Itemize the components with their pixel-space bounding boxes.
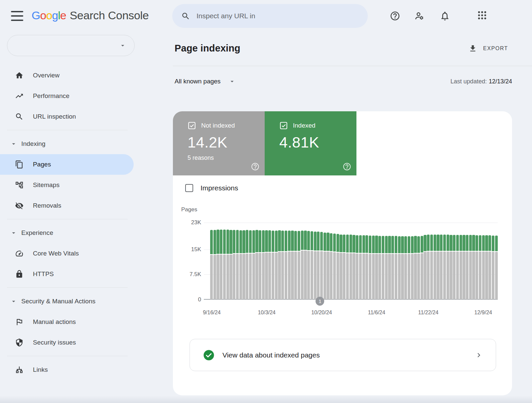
chart-bar [265,223,268,299]
chart-bar [291,223,294,299]
apps-grid-icon[interactable] [477,10,487,21]
sidebar-item-sitemaps[interactable]: Sitemaps [0,175,140,195]
unchecked-checkbox-icon[interactable] [185,184,193,192]
last-updated: Last updated:12/13/24 [451,78,512,85]
search-icon [181,12,190,21]
caret-down-icon [10,140,17,148]
help-icon[interactable] [251,162,260,171]
chart-bars [210,223,498,299]
chart-bar [339,223,342,299]
not-indexed-reasons: 5 reasons [188,154,265,161]
sidebar-nav: OverviewPerformanceURL inspectionIndexin… [0,65,140,380]
chart-x-tick: 9/16/24 [203,310,220,316]
url-inspect-search-bar[interactable] [172,4,368,28]
notifications-bell-icon[interactable] [440,11,450,21]
sidebar-divider [7,219,128,219]
chart-bar [252,223,255,299]
sidebar-divider [7,287,128,288]
chart-bar [421,223,423,299]
property-selector-dropdown[interactable] [7,35,135,56]
search-input[interactable] [197,12,356,20]
chart-bar [223,223,226,299]
https-icon [15,270,24,278]
top-app-bar: Google Search Console [0,0,532,32]
chart-bar [482,223,485,299]
chart-bar [294,223,297,299]
chart-bar [375,223,378,299]
chart-bar [391,223,394,299]
chart-bar [453,223,456,299]
sidebar-item-security-issues[interactable]: Security issues [0,332,140,353]
help-icon[interactable] [390,11,400,21]
sidebar-section-experience[interactable]: Experience [0,223,140,243]
indexed-card[interactable]: Indexed 4.81K [265,111,356,175]
chart-annotation-marker[interactable]: 1 [316,297,324,306]
chart-bar [281,223,284,299]
chart-y-tick: 0 [198,296,201,303]
google-logo-letter: o [40,9,46,22]
chart-bar [301,223,304,299]
chart-bar [249,223,252,299]
sidebar-item-core-web-vitals[interactable]: Core Web Vitals [0,243,140,264]
chart-bar [488,223,491,299]
sidebar-item-links[interactable]: Links [0,359,140,380]
performance-icon [15,92,24,100]
chart-bar [278,223,281,299]
chart-x-tick: 12/9/24 [474,310,492,316]
sidebar-item-overview[interactable]: Overview [0,65,140,86]
chart-bar [475,223,478,299]
google-logo-text: Google [32,9,66,22]
chart-bar [440,223,443,299]
chart-bar [213,223,216,299]
scope-filter-dropdown[interactable]: All known pages [175,78,236,85]
chart-bar [346,223,349,299]
chart-bar [408,223,410,299]
chart-bar [288,223,291,299]
sitemaps-icon [15,181,24,189]
chart-bar [349,223,352,299]
sidebar-item-pages[interactable]: Pages [0,154,134,175]
sidebar-item-url-inspection[interactable]: URL inspection [0,106,140,127]
chart-bar [311,223,313,299]
checked-checkbox-icon [279,121,288,130]
chart-bar [424,223,426,299]
removals-icon [15,201,24,210]
chart-bar [388,223,391,299]
caret-down-icon [10,229,17,237]
chart-x-tick: 10/3/24 [258,310,275,316]
sidebar-item-manual-actions[interactable]: Manual actions [0,312,140,332]
chart-bar [365,223,368,299]
chart-bar [411,223,414,299]
sidebar-item-performance[interactable]: Performance [0,86,140,106]
chart-y-tick: 15K [191,246,201,253]
hamburger-menu-icon[interactable] [11,11,23,21]
chart-bar [324,223,326,299]
chart-bar [427,223,430,299]
check-circle-icon [203,350,214,361]
chart-bar [298,223,300,299]
core-web-vitals-icon [15,249,24,258]
chart-bar [239,223,242,299]
chart-bar [460,223,462,299]
main-content: Page indexing EXPORT All known pages Las… [173,32,532,111]
export-button[interactable]: EXPORT [468,44,508,53]
not-indexed-card[interactable]: Not indexed 14.2K 5 reasons [173,111,265,175]
chart-bar [268,223,271,299]
sidebar-item-https[interactable]: HTTPS [0,264,140,284]
sidebar-section-indexing[interactable]: Indexing [0,134,140,154]
help-icon[interactable] [342,162,351,171]
sidebar-item-removals[interactable]: Removals [0,195,140,216]
chart-y-tick: 7.5K [190,271,201,278]
app-logo: Google Search Console [32,9,149,22]
chart-bar [456,223,459,299]
chart-bar [369,223,371,299]
chart-bar [320,223,323,299]
user-settings-icon[interactable] [414,11,425,21]
chart-bar [216,223,219,299]
chart-bar [314,223,317,299]
caret-down-icon [228,78,236,85]
sidebar-section-security-manual-actions[interactable]: Security & Manual Actions [0,291,140,312]
view-indexed-data-link[interactable]: View data about indexed pages [190,339,496,371]
impressions-toggle[interactable]: Impressions [185,184,238,192]
google-logo-letter: g [52,9,58,22]
